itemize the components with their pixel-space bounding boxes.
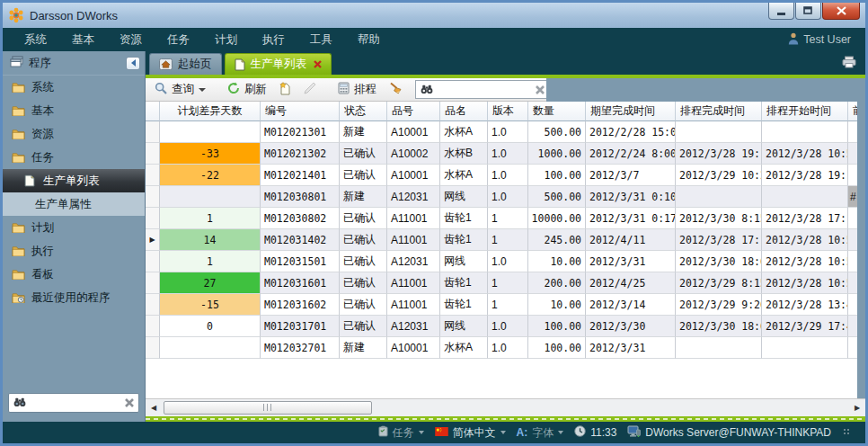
menu-item-4[interactable]: 任务 bbox=[155, 29, 202, 51]
language-menu[interactable]: 简体中文 bbox=[435, 425, 506, 441]
menu-item-1[interactable]: 系统 bbox=[12, 29, 59, 51]
menu-item-6[interactable]: 执行 bbox=[250, 29, 297, 51]
chevron-down-icon bbox=[419, 431, 424, 434]
table-row[interactable]: M012030801新建A12031网线1.0500.002012/3/31 0… bbox=[146, 186, 857, 208]
sidebar-item-执行[interactable]: 执行 bbox=[3, 239, 145, 263]
menu-item-7[interactable]: 工具 bbox=[297, 29, 345, 51]
query-button[interactable]: 查询 bbox=[149, 79, 211, 100]
user-area[interactable]: Test User bbox=[788, 32, 856, 48]
sidebar-item-资源[interactable]: 资源 bbox=[3, 122, 145, 146]
row-selector-cell[interactable] bbox=[146, 316, 160, 337]
printer-icon[interactable] bbox=[842, 56, 856, 72]
clean-button[interactable] bbox=[384, 79, 408, 100]
resize-grip[interactable] bbox=[844, 429, 851, 436]
cell-end: 2012/3/28 19:10 bbox=[676, 143, 762, 165]
cell-code: M012021302 bbox=[261, 143, 340, 165]
table-row[interactable]: M012032701新建A10001水杯A1.0100.002012/3/31 bbox=[146, 337, 857, 359]
task-menu[interactable]: 任务 bbox=[378, 425, 424, 441]
sidebar-search-input[interactable] bbox=[30, 397, 121, 409]
sidebar-item-生产单列表[interactable]: 生产单列表 bbox=[3, 169, 145, 192]
cell-due: 2012/3/31 bbox=[586, 337, 676, 359]
row-selector-cell[interactable] bbox=[146, 186, 160, 208]
font-menu[interactable]: A: 字体 bbox=[517, 425, 564, 441]
column-header-start[interactable]: 排程开始时间 bbox=[762, 102, 848, 121]
clock-status: 11:33 bbox=[574, 425, 616, 440]
cell-part: A11001 bbox=[387, 272, 440, 294]
row-selector-cell[interactable] bbox=[146, 337, 160, 359]
scroll-right-icon[interactable]: ▶ bbox=[851, 404, 864, 412]
sidebar-item-看板[interactable]: 看板 bbox=[3, 263, 145, 286]
column-header-code[interactable]: 编号 bbox=[261, 102, 340, 121]
row-selector-cell[interactable] bbox=[146, 251, 160, 272]
cell-start: 2012/3/28 13:40 bbox=[762, 294, 848, 316]
table-row[interactable]: 1M012030802已确认A11001齿轮1110000.002012/3/3… bbox=[146, 208, 857, 229]
column-header-qty[interactable]: 数量 bbox=[528, 102, 586, 121]
table-search-input[interactable] bbox=[438, 84, 531, 96]
table-row[interactable]: -33M012021302已确认A10002水杯B1.01000.002012/… bbox=[146, 143, 857, 165]
row-selector-cell[interactable]: ▶ bbox=[146, 229, 160, 251]
column-header-ver[interactable]: 版本 bbox=[488, 102, 528, 121]
minimize-button[interactable] bbox=[768, 3, 794, 20]
sidebar-item-计划[interactable]: 计划 bbox=[3, 216, 145, 239]
collapse-sidebar-button[interactable] bbox=[126, 57, 140, 70]
column-header-extra[interactable]: 前 bbox=[848, 102, 857, 121]
sidebar-item-最近使用的程序[interactable]: 最近使用的程序 bbox=[3, 286, 145, 309]
column-header-part[interactable]: 品号 bbox=[387, 102, 440, 121]
sidebar-item-基本[interactable]: 基本 bbox=[3, 99, 145, 122]
menu-item-8[interactable]: 帮助 bbox=[345, 29, 393, 51]
clear-icon[interactable] bbox=[536, 85, 545, 94]
sidebar-item-系统[interactable]: 系统 bbox=[3, 76, 145, 99]
column-header-diff[interactable]: 计划差异天数 bbox=[160, 102, 261, 121]
close-tab-icon[interactable] bbox=[314, 60, 322, 68]
column-header-end[interactable]: 排程完成时间 bbox=[676, 102, 762, 121]
column-header-name[interactable]: 品名 bbox=[440, 102, 488, 121]
maximize-button[interactable] bbox=[795, 3, 821, 20]
table-row[interactable]: -15M012031602已确认A11001齿轮1110.002012/3/14… bbox=[146, 294, 857, 316]
clear-icon[interactable] bbox=[125, 398, 134, 407]
table-row[interactable]: 0M012031701已确认A12031网线1.0100.002012/3/30… bbox=[146, 316, 857, 337]
edit-button[interactable] bbox=[298, 79, 322, 100]
menu-item-2[interactable]: 基本 bbox=[59, 29, 107, 51]
close-button[interactable] bbox=[822, 3, 860, 20]
cell-status: 已确认 bbox=[340, 251, 387, 272]
schedule-button[interactable]: 排程 bbox=[332, 79, 382, 100]
horizontal-scrollbar[interactable]: ◀ ▶ bbox=[146, 398, 865, 416]
server-label: DWorks Server@FUNWAY-THINKPAD bbox=[645, 426, 831, 439]
table-row[interactable]: 1M012031501已确认A12031网线1.010.002012/3/312… bbox=[146, 251, 857, 272]
cell-ver: 1 bbox=[488, 229, 528, 251]
table-row[interactable]: -22M012021401已确认A10001水杯A1.0100.002012/3… bbox=[146, 165, 857, 186]
cell-diff: 14 bbox=[160, 229, 261, 251]
sidebar-item-生产单属性[interactable]: 生产单属性 bbox=[3, 192, 145, 216]
window-controls bbox=[767, 3, 860, 20]
doc-icon bbox=[22, 174, 37, 187]
column-header-status[interactable]: 状态 bbox=[340, 102, 387, 121]
row-selector-cell[interactable] bbox=[146, 165, 160, 186]
cell-status: 新建 bbox=[340, 186, 387, 208]
scroll-left-icon[interactable]: ◀ bbox=[147, 404, 160, 412]
column-header-due[interactable]: 期望完成时间 bbox=[586, 102, 676, 121]
user-name: Test User bbox=[803, 33, 851, 46]
main-area: 程序 系统基本资源任务生产单列表生产单属性计划执行看板最近使用的程序 起始页 生… bbox=[3, 51, 865, 422]
scrollbar-thumb[interactable] bbox=[164, 401, 372, 415]
menu-item-5[interactable]: 计划 bbox=[202, 29, 250, 51]
table-row[interactable]: M012021301新建A10001水杯A1.0500.002012/2/28 … bbox=[146, 121, 857, 143]
row-selector-cell[interactable] bbox=[146, 121, 160, 143]
sidebar-item-任务[interactable]: 任务 bbox=[3, 146, 145, 169]
cell-end: 2012/3/29 10:20 bbox=[676, 165, 762, 186]
menu-item-3[interactable]: 资源 bbox=[107, 29, 155, 51]
new-button[interactable] bbox=[274, 79, 297, 101]
cell-diff: 0 bbox=[160, 316, 261, 337]
scrollbar-track[interactable] bbox=[160, 401, 851, 415]
tab-home[interactable]: 起始页 bbox=[149, 53, 222, 75]
row-selector-cell[interactable] bbox=[146, 143, 160, 165]
row-selector-cell[interactable] bbox=[146, 208, 160, 229]
row-selector-cell[interactable] bbox=[146, 272, 160, 294]
broom-icon bbox=[389, 82, 403, 97]
refresh-button[interactable]: 刷新 bbox=[222, 79, 272, 100]
row-selector-cell[interactable] bbox=[146, 294, 160, 316]
table-row[interactable]: 27M012031601已确认A11001齿轮11200.002012/4/25… bbox=[146, 272, 857, 294]
table-row[interactable]: ▶14M012031402已确认A11001齿轮11245.002012/4/1… bbox=[146, 229, 857, 251]
tab-production-order-list[interactable]: 生产单列表 bbox=[225, 53, 332, 75]
sidebar: 程序 系统基本资源任务生产单列表生产单属性计划执行看板最近使用的程序 bbox=[3, 51, 146, 422]
folder-icon bbox=[11, 82, 25, 93]
